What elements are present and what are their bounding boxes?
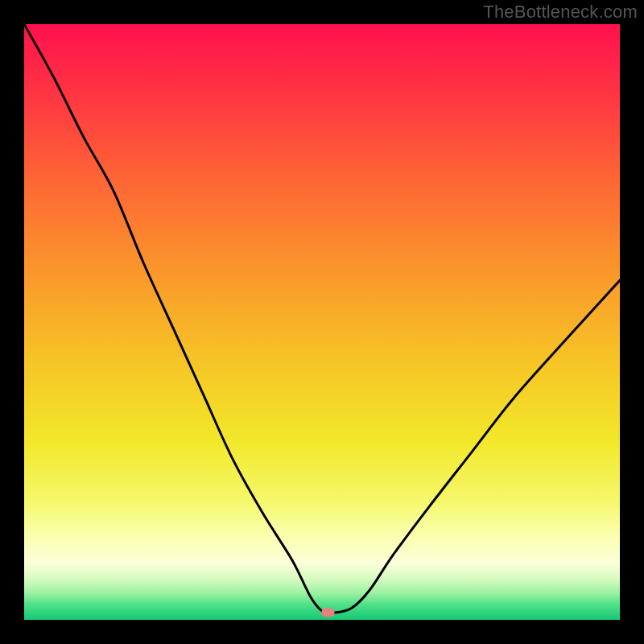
chart-frame: TheBottleneck.com (0, 0, 644, 644)
bottleneck-chart (24, 24, 620, 620)
chart-background (24, 24, 620, 620)
optimal-marker (321, 608, 334, 617)
watermark-text: TheBottleneck.com (483, 2, 638, 23)
